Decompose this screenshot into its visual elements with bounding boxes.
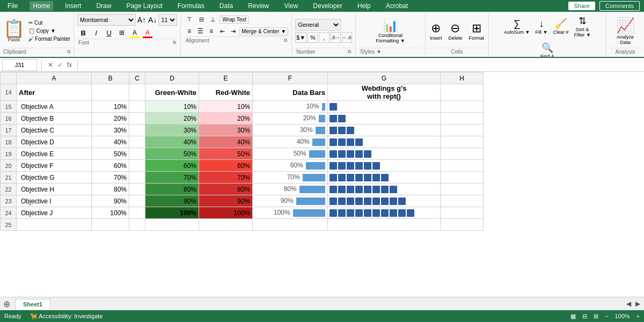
cell-C24[interactable] [129,207,145,219]
format-painter-button[interactable]: 🖌 Format Painter [27,35,72,42]
cell-G19[interactable] [328,148,441,160]
cell-C18[interactable] [129,136,145,148]
sheet-tab-sheet1[interactable]: Sheet1 [15,299,50,309]
format-button[interactable]: ⊞ Format [466,20,486,42]
cell-D22[interactable]: 80% [145,184,199,195]
cut-button[interactable]: ✂ Cut [27,19,72,26]
merge-center-button[interactable]: Merge & Center ▼ [239,27,288,35]
cell-E15[interactable]: 10% [199,101,253,113]
cell-A21[interactable]: Objective G [17,172,92,184]
home-tab-menu[interactable]: Home [30,1,53,11]
cell-D16[interactable]: 20% [145,113,199,125]
cell-F20[interactable]: 60% [253,160,328,172]
insert-button[interactable]: ⊕ Insert [428,20,444,42]
col-header-E[interactable]: E [199,72,253,84]
cell-D15[interactable]: 10% [145,101,199,113]
clipboard-expand-icon[interactable]: ⧉ [67,49,70,55]
formulas-menu[interactable]: Formulas [174,1,208,11]
number-format-select[interactable]: General [295,19,341,31]
currency-button[interactable]: $▼ [295,32,306,43]
cell-G21[interactable] [328,172,441,184]
indent-increase-button[interactable]: ⇥ [228,26,238,36]
cell-G23[interactable] [328,195,441,207]
cell-E24[interactable]: 100% [199,207,253,219]
cell-A14[interactable]: After [17,84,92,101]
cell-F21[interactable]: 70% [253,172,328,184]
cell-A19[interactable]: Objective E [17,148,92,160]
cancel-formula-icon[interactable]: ✕ [47,61,54,69]
font-family-select[interactable]: Montserrat [77,14,136,26]
cell-B23[interactable]: 90% [92,195,129,207]
help-menu[interactable]: Help [354,1,374,11]
cell-C14[interactable] [129,84,145,101]
view-page-break-button[interactable]: ⊞ [594,313,598,320]
wrap-text-button[interactable]: Wrap Text [219,16,249,24]
cell-G16[interactable] [328,113,441,125]
conditional-formatting-button[interactable]: 📊 ConditionalFormatting ▼ [359,18,422,45]
col-header-C[interactable]: C [129,72,145,84]
cell-C21[interactable] [129,172,145,184]
align-center-button[interactable]: ☰ [195,26,205,36]
cell-H24[interactable] [441,207,484,219]
cell-A16[interactable]: Objective B [17,113,92,125]
cell-A23[interactable]: Objective I [17,195,92,207]
font-size-select[interactable]: 11 [158,14,177,26]
cell-A20[interactable]: Objective F [17,160,92,172]
col-header-G[interactable]: G [328,72,441,84]
cell-F14[interactable]: Data Bars [253,84,328,101]
align-right-button[interactable]: ≡ [206,26,216,36]
font-color-button[interactable]: A [142,27,153,39]
cell-D19[interactable]: 50% [145,148,199,160]
cell-B15[interactable]: 10% [92,101,129,113]
cell-F19[interactable]: 50% [253,148,328,160]
cell-F24[interactable]: 100% [253,207,328,219]
cell-H16[interactable] [441,113,484,125]
insert-menu[interactable]: Insert [62,1,84,11]
col-header-F[interactable]: F [253,72,328,84]
view-menu[interactable]: View [281,1,302,11]
cell-C22[interactable] [129,184,145,195]
clear-button[interactable]: 🧹 Clear # [551,17,570,36]
col-header-A[interactable]: A [17,72,92,84]
cell-B24[interactable]: 100% [92,207,129,219]
view-normal-button[interactable]: ▦ [570,313,576,320]
decimal-decrease-button[interactable]: ←.0 [342,32,352,43]
cell-E23[interactable]: 90% [199,195,253,207]
cell-D20[interactable]: 60% [145,160,199,172]
cell-B18[interactable]: 40% [92,136,129,148]
cell-G15[interactable] [328,101,441,113]
indent-decrease-button[interactable]: ⇤ [217,26,227,36]
cell-H23[interactable] [441,195,484,207]
cell-B17[interactable]: 30% [92,125,129,136]
cell-G20[interactable] [328,160,441,172]
paste-button[interactable]: 📋 Paste [2,14,26,48]
cell-A22[interactable]: Objective H [17,184,92,195]
italic-button[interactable]: I [90,27,102,39]
zoom-out-button[interactable]: − [605,313,608,319]
cell-E18[interactable]: 40% [199,136,253,148]
cell-G24[interactable] [328,207,441,219]
cell-H17[interactable] [441,125,484,136]
col-header-H[interactable]: H [441,72,484,84]
review-menu[interactable]: Review [245,1,272,11]
align-middle-button[interactable]: ⊟ [196,14,207,25]
cell-H18[interactable] [441,136,484,148]
scroll-left-button[interactable]: ◀ [625,300,633,308]
cell-G22[interactable] [328,184,441,195]
cell-E20[interactable]: 60% [199,160,253,172]
percent-button[interactable]: % [308,32,318,43]
cell-D21[interactable]: 70% [145,172,199,184]
border-button[interactable]: ⊞ [116,27,128,39]
cell-A17[interactable]: Objective C [17,125,92,136]
font-expand-icon[interactable]: ⧉ [173,40,176,46]
align-bottom-button[interactable]: ⊥ [208,14,218,25]
cell-H22[interactable] [441,184,484,195]
page-layout-menu[interactable]: Page Layout [123,1,165,11]
cell-E17[interactable]: 30% [199,125,253,136]
acrobat-menu[interactable]: Acrobat [383,1,411,11]
cell-H21[interactable] [441,172,484,184]
col-header-D[interactable]: D [145,72,199,84]
formula-input[interactable] [83,59,642,71]
cell-E16[interactable]: 20% [199,113,253,125]
cell-H15[interactable] [441,101,484,113]
